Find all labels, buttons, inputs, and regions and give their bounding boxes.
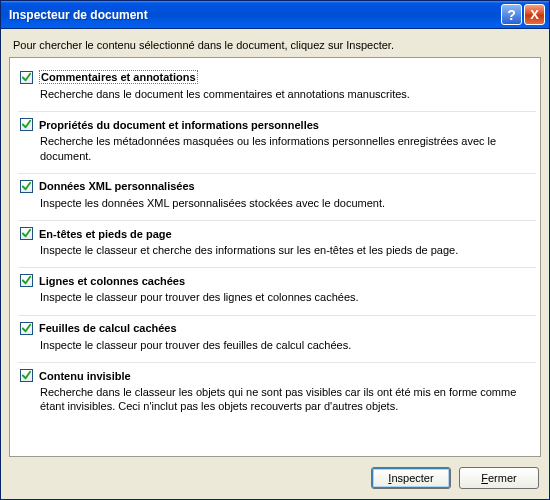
dialog-footer: Inspecter Fermer — [1, 457, 549, 499]
inspection-item-desc: Inspecte le classeur pour trouver des li… — [20, 289, 532, 304]
inspection-item-title[interactable]: Contenu invisible — [39, 370, 131, 382]
inspection-item-title[interactable]: Données XML personnalisées — [39, 180, 195, 192]
inspection-item-head: Données XML personnalisées — [20, 180, 532, 193]
checkbox[interactable] — [20, 227, 33, 240]
inspection-item: Propriétés du document et informations p… — [18, 112, 536, 174]
inspection-item-title[interactable]: Commentaires et annotations — [39, 70, 198, 84]
inspection-item: Feuilles de calcul cachéesInspecte le cl… — [18, 316, 536, 363]
window-title: Inspecteur de document — [9, 8, 501, 22]
inspection-list-frame: Commentaires et annotationsRecherche dan… — [9, 57, 541, 457]
inspection-item-title[interactable]: Feuilles de calcul cachées — [39, 322, 177, 334]
inspection-item-desc: Inspecte les données XML personnalisées … — [20, 195, 532, 210]
close-button[interactable]: Fermer — [459, 467, 539, 489]
inspection-list[interactable]: Commentaires et annotationsRecherche dan… — [10, 58, 540, 456]
inspection-item-title[interactable]: En-têtes et pieds de page — [39, 228, 172, 240]
inspection-item-head: En-têtes et pieds de page — [20, 227, 532, 240]
inspection-item-title[interactable]: Lignes et colonnes cachées — [39, 275, 185, 287]
inspection-item-head: Propriétés du document et informations p… — [20, 118, 532, 131]
instruction-text: Pour chercher le contenu sélectionné dan… — [1, 29, 549, 57]
inspection-item-desc: Recherche dans le document les commentai… — [20, 86, 532, 101]
close-button-accel: F — [481, 472, 488, 484]
inspection-item-desc: Recherche dans le classeur les objets qu… — [20, 384, 532, 414]
checkbox[interactable] — [20, 71, 33, 84]
inspect-button[interactable]: Inspecter — [371, 467, 451, 489]
help-icon: ? — [507, 7, 516, 23]
inspection-item: Contenu invisibleRecherche dans le class… — [18, 363, 536, 424]
inspection-item: En-têtes et pieds de pageInspecte le cla… — [18, 221, 536, 268]
titlebar: Inspecteur de document ? X — [1, 1, 549, 29]
inspection-item-head: Commentaires et annotations — [20, 70, 532, 84]
inspection-item-desc: Inspecte le classeur pour trouver des fe… — [20, 337, 532, 352]
inspection-item: Commentaires et annotationsRecherche dan… — [18, 64, 536, 112]
checkbox[interactable] — [20, 118, 33, 131]
inspection-item-desc: Inspecte le classeur et cherche des info… — [20, 242, 532, 257]
inspection-item-title[interactable]: Propriétés du document et informations p… — [39, 119, 319, 131]
inspection-item-head: Lignes et colonnes cachées — [20, 274, 532, 287]
inspection-item: Lignes et colonnes cachéesInspecte le cl… — [18, 268, 536, 315]
inspect-button-rest: nspecter — [391, 472, 433, 484]
inspection-item: Données XML personnaliséesInspecte les d… — [18, 174, 536, 221]
dialog-window: Inspecteur de document ? X Pour chercher… — [0, 0, 550, 500]
close-icon: X — [530, 7, 539, 22]
inspection-item-head: Feuilles de calcul cachées — [20, 322, 532, 335]
inspection-item-head: Contenu invisible — [20, 369, 532, 382]
close-window-button[interactable]: X — [524, 4, 545, 25]
inspection-item-desc: Recherche les métadonnées masquées ou le… — [20, 133, 532, 163]
checkbox[interactable] — [20, 369, 33, 382]
titlebar-buttons: ? X — [501, 4, 545, 25]
close-button-rest: ermer — [488, 472, 517, 484]
checkbox[interactable] — [20, 274, 33, 287]
checkbox[interactable] — [20, 180, 33, 193]
checkbox[interactable] — [20, 322, 33, 335]
help-button[interactable]: ? — [501, 4, 522, 25]
